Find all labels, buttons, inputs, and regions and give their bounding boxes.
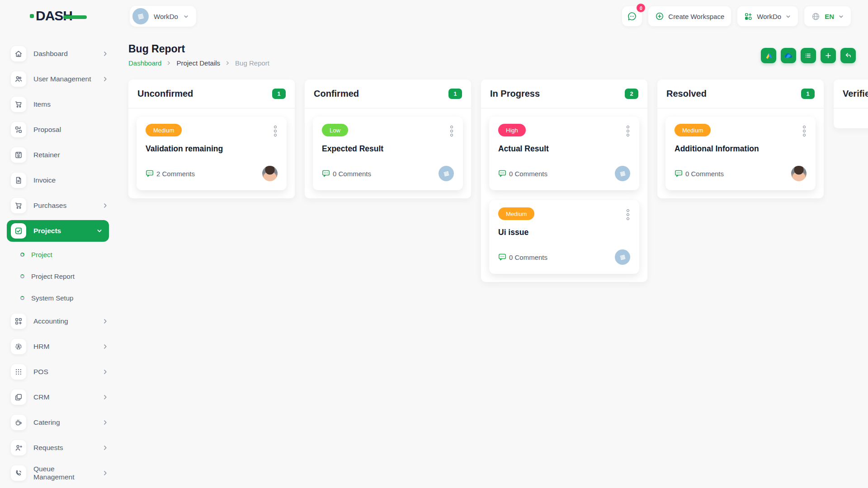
chevron-down-icon bbox=[96, 228, 103, 234]
kanban-card[interactable]: MediumAdditional Information0 Comments bbox=[665, 117, 816, 190]
sidebar-item-label: Dashboard bbox=[33, 50, 68, 58]
messages-button[interactable]: 0 bbox=[622, 6, 642, 26]
sidebar-item-label: Catering bbox=[33, 418, 60, 427]
assignee-avatar bbox=[262, 166, 278, 181]
language-switcher[interactable]: EN bbox=[804, 6, 851, 26]
chevron-right-icon bbox=[102, 394, 108, 400]
circle-bullet-icon bbox=[20, 274, 24, 278]
sidebar-subitem-project-report[interactable]: Project Report bbox=[0, 265, 118, 287]
sidebar: DashboardUser ManagementItemsProposalRet… bbox=[0, 32, 118, 488]
kanban-board: Unconfirmed1MediumValidation remaining2 … bbox=[128, 80, 868, 282]
kanban-card[interactable]: LowExpected Result0 Comments bbox=[313, 117, 463, 190]
sidebar-item-label: Proposal bbox=[33, 126, 61, 134]
kebab-menu-icon[interactable] bbox=[273, 124, 278, 138]
chevron-right-icon bbox=[102, 470, 108, 476]
sidebar-item-dashboard[interactable]: Dashboard bbox=[0, 41, 118, 66]
sidebar-item-retainer[interactable]: Retainer bbox=[0, 142, 118, 168]
kebab-menu-icon[interactable] bbox=[449, 124, 454, 138]
priority-badge: Medium bbox=[146, 124, 182, 136]
sidebar-item-label: Accounting bbox=[33, 317, 68, 325]
back-arrow-button[interactable] bbox=[840, 48, 856, 63]
onedrive-icon bbox=[784, 52, 793, 59]
sidebar-item-projects[interactable]: Projects bbox=[7, 220, 109, 242]
sidebar-item-invoice[interactable]: Invoice bbox=[0, 168, 118, 193]
sidebar-item-crm[interactable]: CRM bbox=[0, 385, 118, 410]
sidebar-item-label: POS bbox=[33, 368, 48, 376]
kanban-column-body: MediumValidation remaining2 Comments bbox=[128, 108, 295, 198]
workspace-switcher[interactable]: WorkDo bbox=[130, 6, 196, 27]
google-drive-button[interactable] bbox=[761, 48, 776, 63]
chevron-down-icon bbox=[838, 14, 844, 19]
card-title: Validation remaining bbox=[146, 144, 278, 154]
kebab-menu-icon[interactable] bbox=[626, 207, 630, 222]
sidebar-item-items[interactable]: Items bbox=[0, 92, 118, 117]
workdo-menu-label: WorkDo bbox=[757, 13, 781, 20]
workdo-menu-button[interactable]: WorkDo bbox=[737, 6, 798, 26]
sidebar-item-label: Queue Management bbox=[33, 465, 95, 481]
list-button[interactable] bbox=[801, 48, 816, 63]
sidebar-subitem-system-setup[interactable]: System Setup bbox=[0, 287, 118, 309]
sidebar-item-pos[interactable]: POS bbox=[0, 359, 118, 385]
sidebar-item-catering[interactable]: Catering bbox=[0, 410, 118, 435]
assignee-avatar bbox=[791, 166, 807, 181]
breadcrumb-separator-icon bbox=[166, 61, 171, 66]
kanban-column-header: Resolved1 bbox=[657, 80, 824, 108]
sidebar-item-accounting[interactable]: Accounting bbox=[0, 309, 118, 334]
sidebar-item-label: CRM bbox=[33, 393, 49, 401]
logo-dash-bar bbox=[63, 15, 87, 19]
comments: 0 Comments bbox=[498, 169, 547, 178]
sidebar-subitem-label: Project Report bbox=[31, 272, 75, 280]
breadcrumb-dashboard-link[interactable]: Dashboard bbox=[128, 59, 161, 67]
floppy-icon bbox=[11, 147, 26, 163]
assignee-avatar bbox=[439, 166, 454, 181]
kebab-menu-icon[interactable] bbox=[626, 124, 630, 138]
assignee-avatar bbox=[615, 249, 630, 265]
chevron-right-icon bbox=[102, 419, 108, 426]
kanban-card[interactable]: MediumUi issue0 Comments bbox=[489, 200, 639, 274]
chevron-down-icon bbox=[785, 14, 791, 19]
grid-plus-icon bbox=[744, 12, 753, 21]
sidebar-item-requests[interactable]: Requests bbox=[0, 435, 118, 460]
grid-plus-icon bbox=[11, 314, 26, 329]
comments: 0 Comments bbox=[322, 169, 371, 178]
plus-circle-icon bbox=[655, 12, 664, 21]
kanban-column-confirmed: Confirmed1LowExpected Result0 Comments bbox=[305, 80, 471, 198]
plus-button[interactable] bbox=[821, 48, 836, 63]
breadcrumb: Dashboard Project Details Bug Report bbox=[128, 59, 269, 67]
sidebar-item-purchases[interactable]: Purchases bbox=[0, 193, 118, 218]
google-drive-icon bbox=[764, 52, 773, 60]
circle-bullet-icon bbox=[20, 253, 24, 257]
page-title: Bug Report bbox=[128, 43, 185, 55]
breadcrumb-project-details-link[interactable]: Project Details bbox=[176, 59, 220, 67]
column-count-badge: 1 bbox=[448, 89, 462, 99]
onedrive-button[interactable] bbox=[781, 48, 796, 63]
sidebar-item-hrm[interactable]: HRM bbox=[0, 334, 118, 359]
kanban-column-body bbox=[834, 108, 868, 128]
sidebar-subitem-label: System Setup bbox=[31, 294, 73, 302]
sidebar-item-label: Projects bbox=[33, 227, 61, 235]
sidebar-item-proposal[interactable]: Proposal bbox=[0, 117, 118, 142]
column-count-badge: 1 bbox=[801, 89, 815, 99]
kebab-menu-icon[interactable] bbox=[802, 124, 807, 138]
comment-icon bbox=[675, 169, 683, 178]
create-workspace-button[interactable]: Create Workspace bbox=[648, 6, 731, 26]
kanban-card[interactable]: MediumValidation remaining2 Comments bbox=[137, 117, 287, 190]
chevron-right-icon bbox=[102, 369, 108, 375]
kanban-column-in-progress: In Progress2HighActual Result0 CommentsM… bbox=[481, 80, 647, 282]
user-plus-icon bbox=[11, 440, 26, 455]
swap-boxes-icon bbox=[11, 122, 26, 137]
kanban-card[interactable]: HighActual Result0 Comments bbox=[489, 117, 639, 190]
kanban-column-header: Unconfirmed1 bbox=[128, 80, 295, 108]
cart-icon bbox=[11, 97, 26, 112]
sidebar-item-user-management[interactable]: User Management bbox=[0, 66, 118, 92]
dots-grid-icon bbox=[11, 364, 26, 380]
card-footer: 0 Comments bbox=[675, 166, 807, 181]
card-top-row: Medium bbox=[146, 124, 278, 138]
topbar: DASH WorkDo 0 Create Workspace bbox=[0, 0, 868, 32]
list-icon bbox=[804, 52, 812, 60]
kanban-column-header: In Progress2 bbox=[481, 80, 647, 108]
coffee-icon bbox=[11, 415, 26, 430]
app-logo: DASH bbox=[30, 8, 87, 23]
sidebar-subitem-project[interactable]: Project bbox=[0, 244, 118, 265]
sidebar-item-queue-management[interactable]: Queue Management bbox=[0, 460, 118, 486]
